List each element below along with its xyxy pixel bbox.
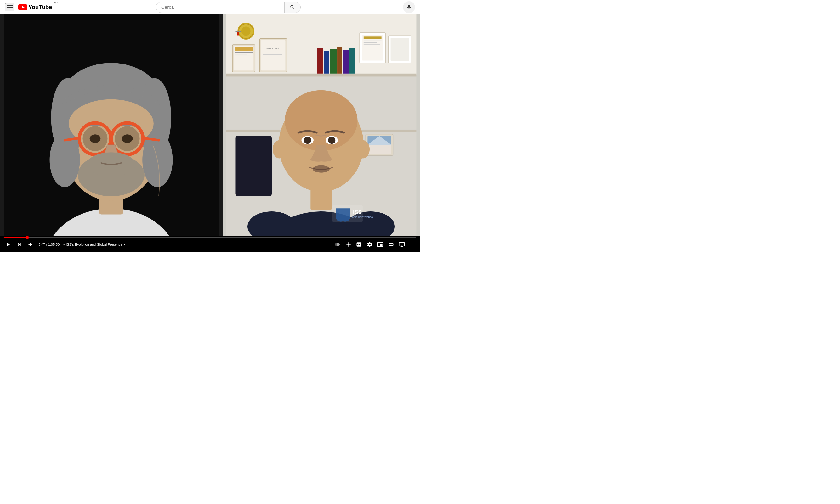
svg-rect-44 — [317, 48, 323, 74]
progress-indicator — [26, 236, 29, 239]
svg-point-84 — [347, 243, 350, 246]
volume-button[interactable] — [27, 241, 35, 248]
svg-rect-62 — [367, 145, 391, 154]
svg-rect-53 — [364, 40, 382, 41]
svg-rect-46 — [330, 49, 336, 74]
svg-rect-29 — [235, 52, 253, 53]
svg-rect-54 — [364, 42, 377, 43]
sun-icon — [346, 241, 351, 247]
fullscreen-button[interactable] — [409, 241, 416, 248]
controls-left: 3:47 / 1:05:50 • ISS's Evolution and Glo… — [4, 240, 125, 249]
svg-rect-28 — [235, 47, 253, 51]
region-label: MX — [54, 1, 58, 5]
theater-icon — [388, 241, 394, 248]
svg-text:DEPARTMENT: DEPARTMENT — [266, 48, 281, 50]
svg-rect-25 — [226, 74, 417, 77]
progress-bar[interactable] — [4, 237, 416, 238]
controls-right — [334, 241, 416, 248]
search-bar — [156, 2, 301, 13]
svg-rect-48 — [343, 50, 349, 74]
svg-point-83 — [336, 243, 340, 246]
svg-point-71 — [285, 90, 357, 151]
svg-rect-36 — [263, 53, 279, 53]
svg-text:INTELLIGENT VIDEO: INTELLIGENT VIDEO — [352, 216, 373, 218]
chapter-label[interactable]: • ISS's Evolution and Global Presence › — [63, 242, 125, 247]
svg-point-77 — [328, 137, 335, 144]
mic-button[interactable] — [403, 1, 415, 13]
captions-button[interactable] — [355, 241, 363, 248]
youtube-icon — [18, 4, 27, 11]
svg-point-41 — [242, 27, 251, 36]
play-button[interactable] — [4, 240, 12, 249]
video-player[interactable]: DEPARTMENT — [0, 15, 420, 252]
svg-rect-57 — [391, 38, 409, 61]
youtube-wordmark: YouTube — [28, 4, 52, 11]
video-left-panel — [0, 15, 223, 236]
mic-icon — [406, 4, 412, 10]
progress-fill — [4, 237, 28, 238]
captions-icon — [356, 241, 362, 248]
theater-mode-button[interactable] — [387, 241, 395, 248]
ambient-mode-button[interactable] — [334, 241, 352, 248]
chapter-text: ISS's Evolution and Global Presence — [66, 242, 122, 246]
skip-next-icon — [16, 241, 23, 248]
airplay-icon — [399, 241, 405, 248]
header-right — [403, 1, 415, 13]
video-right-panel: DEPARTMENT — [223, 15, 420, 236]
search-icon — [290, 4, 295, 10]
time-display: 3:47 / 1:05:50 — [38, 242, 59, 246]
svg-rect-52 — [364, 36, 382, 39]
left-person-video — [0, 15, 223, 236]
chevron-right-icon: › — [124, 242, 125, 247]
header-left: YouTube MX — [5, 3, 58, 11]
svg-rect-30 — [235, 54, 247, 54]
svg-rect-45 — [324, 51, 329, 74]
svg-point-20 — [122, 134, 133, 143]
airplay-button[interactable] — [398, 241, 405, 248]
play-icon — [4, 241, 11, 248]
chapter-dot: • — [63, 242, 65, 246]
svg-rect-49 — [349, 49, 355, 74]
fullscreen-icon — [409, 241, 416, 248]
logo-area[interactable]: YouTube MX — [18, 4, 58, 11]
menu-button[interactable] — [5, 3, 15, 11]
svg-point-72 — [273, 140, 286, 159]
header: YouTube MX — [0, 0, 420, 15]
svg-rect-31 — [235, 56, 250, 56]
svg-rect-55 — [364, 44, 380, 44]
svg-rect-59 — [235, 136, 272, 196]
right-person-video: DEPARTMENT — [223, 15, 420, 236]
svg-point-76 — [304, 137, 311, 144]
next-button[interactable] — [16, 241, 23, 248]
svg-rect-37 — [263, 54, 282, 55]
svg-rect-43 — [237, 32, 239, 36]
svg-rect-35 — [263, 51, 284, 51]
video-content: DEPARTMENT — [0, 15, 420, 236]
video-controls: 3:47 / 1:05:50 • ISS's Evolution and Glo… — [0, 236, 420, 252]
controls-row: 3:47 / 1:05:50 • ISS's Evolution and Glo… — [4, 240, 416, 249]
header-center — [58, 2, 398, 13]
total-time: 1:05:50 — [48, 242, 60, 246]
svg-text:ISS: ISS — [353, 209, 362, 215]
svg-point-19 — [90, 134, 101, 143]
ambient-icon — [335, 241, 345, 247]
svg-rect-38 — [263, 60, 275, 60]
svg-rect-47 — [337, 47, 342, 74]
settings-icon — [366, 241, 373, 248]
svg-point-78 — [313, 165, 330, 173]
miniplayer-icon — [377, 241, 384, 248]
miniplayer-button[interactable] — [377, 241, 384, 248]
search-button[interactable] — [284, 2, 300, 13]
svg-rect-33 — [261, 40, 285, 71]
current-time: 3:47 — [38, 242, 45, 246]
search-input[interactable] — [156, 2, 284, 12]
svg-point-73 — [356, 140, 370, 159]
volume-icon — [28, 241, 34, 248]
svg-rect-42 — [235, 31, 241, 32]
settings-button[interactable] — [366, 241, 373, 248]
